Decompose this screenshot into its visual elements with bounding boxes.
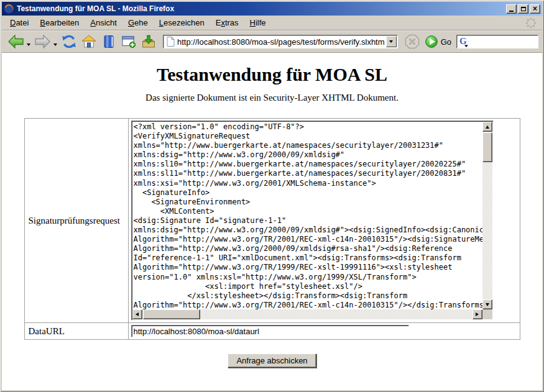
forward-icon [34,34,51,50]
page-title: Testanwendung für MOA SL [2,64,542,85]
url-bar [163,35,398,48]
window-title: Testanwendung für MOA SL - Mozilla Firef… [17,4,506,13]
downloads-icon [141,34,157,50]
vertical-scrollbar[interactable] [482,122,492,309]
chevron-down-icon [389,40,393,43]
close-button[interactable]: × [530,4,540,14]
table-row-request: Signaturprüfungsrequest <?xml version="1… [24,119,520,323]
go-button[interactable]: Go [422,35,454,48]
request-label: Signaturprüfungsrequest [24,119,128,323]
new-window-button[interactable] [119,32,139,51]
request-xml-content: <?xml version="1.0" encoding="UTF-8"?> <… [132,121,482,309]
page-content: Testanwendung für MOA SL Das signierte D… [2,53,542,390]
scroll-down-button[interactable] [482,299,492,309]
table-row-dataurl: DataURL [24,323,520,340]
svg-text:G: G [459,36,467,46]
go-label: Go [441,37,451,47]
downloads-button[interactable] [139,32,159,51]
menu-bearbeiten[interactable]: Bearbeiten [34,16,85,29]
back-icon [7,34,24,50]
menu-gehe[interactable]: Gehe [122,16,154,29]
scroll-left-button[interactable] [132,309,142,319]
triangle-right-icon [476,312,479,316]
bookmarks-icon [101,34,117,50]
dataurl-label: DataURL [24,323,128,340]
search-bar: G [456,35,538,48]
menu-extras[interactable]: Extras [210,16,244,29]
menu-bar: Datei Bearbeiten Ansicht Gehe Lesezeiche… [2,16,542,30]
menu-ansicht[interactable]: Ansicht [85,16,122,29]
scroll-right-button[interactable] [473,309,482,319]
back-dropdown[interactable] [27,43,30,46]
page-subtitle: Das signierte Dokument ist ein Security-… [2,93,542,103]
google-g-icon[interactable]: G [459,35,470,48]
menu-hilfe[interactable]: Hilfe [244,16,272,29]
dataurl-input[interactable] [131,325,409,337]
verify-form-table: Signaturprüfungsrequest <?xml version="1… [24,118,520,340]
back-button[interactable] [6,32,26,51]
vertical-scrollbar-thumb[interactable] [482,132,492,162]
navigation-toolbar: Go G [2,30,542,53]
minimize-icon [509,11,514,12]
stop-button[interactable] [402,32,422,51]
close-icon: × [533,6,537,12]
triangle-up-icon [486,125,489,129]
submit-button[interactable]: Anfrage abschicken [228,353,316,368]
triangle-down-icon [486,303,489,306]
triangle-left-icon [136,312,139,316]
throbber-icon [525,17,537,29]
stop-icon [404,34,420,50]
page-icon [165,36,176,47]
maximize-button[interactable] [518,4,528,14]
forward-button[interactable] [32,32,53,51]
firefox-logo-icon [4,4,14,14]
scrollbar-corner [482,309,492,319]
request-textarea[interactable]: <?xml version="1.0" encoding="UTF-8"?> <… [131,121,494,321]
url-input[interactable] [176,37,386,47]
maximize-icon [521,7,526,11]
home-icon [81,34,97,50]
bookmarks-button[interactable] [99,32,119,51]
reload-button[interactable] [59,32,79,51]
horizontal-scrollbar[interactable] [132,309,482,319]
horizontal-scrollbar-thumb[interactable] [143,309,200,319]
menu-lesezeichen[interactable]: Lesezeichen [154,16,210,29]
reload-icon [61,34,77,50]
scroll-up-button[interactable] [482,122,492,132]
url-dropdown-button[interactable] [386,36,397,47]
minimize-button[interactable] [506,4,517,14]
menu-datei[interactable]: Datei [4,16,34,29]
title-bar[interactable]: Testanwendung für MOA SL - Mozilla Firef… [2,2,542,16]
home-button[interactable] [79,32,99,51]
search-input[interactable] [470,37,538,47]
go-icon [425,35,438,48]
browser-window: Testanwendung für MOA SL - Mozilla Firef… [0,0,544,392]
new-window-icon [121,34,137,50]
forward-dropdown[interactable] [53,43,57,46]
